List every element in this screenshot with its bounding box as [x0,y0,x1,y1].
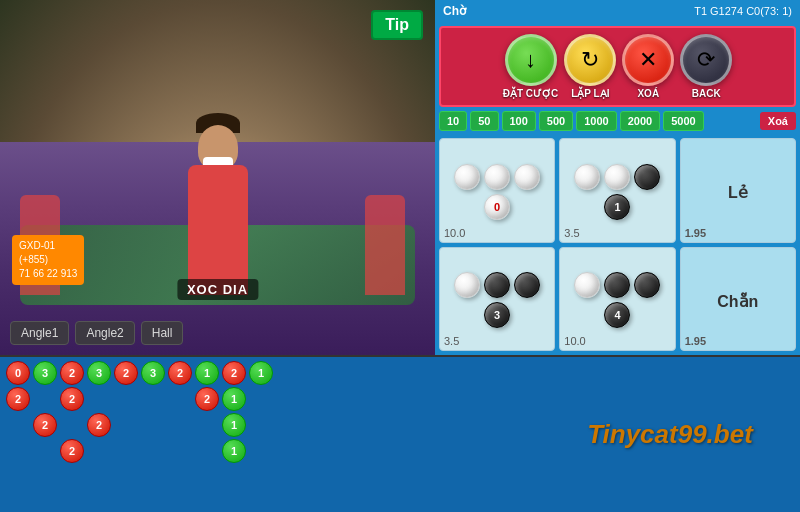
hball-empty [168,387,192,411]
bet-3white[interactable]: 0 10.0 [439,138,555,243]
hball: 2 [60,361,84,385]
hball-empty [249,439,273,463]
hball: 2 [60,439,84,463]
dat-cuoc-button[interactable]: ↓ ĐẶT CƯỢC [503,34,559,99]
ball-b-5 [634,272,660,298]
history-row-2: 2 2 2 1 [6,387,534,411]
hball-empty [168,413,192,437]
bet-2w2b-a-value: 3.5 [564,227,579,239]
hball: 2 [87,413,111,437]
bet-2w2b-b[interactable]: 4 10.0 [559,247,675,352]
hball: 2 [60,387,84,411]
game-header: Chờ T1 G1274 C0(73: 1) [435,0,800,22]
history-row-4: 2 1 [6,439,534,463]
hball: 2 [114,361,138,385]
hball: 3 [33,361,57,385]
hball-empty [60,413,84,437]
hball-empty [141,439,165,463]
hball: 2 [168,361,192,385]
ball-b-num4: 4 [604,302,630,328]
back-label: BACK [692,88,721,99]
chip-row: 10 50 100 500 1000 2000 5000 Xoá [435,111,800,134]
history-grid: 0 3 2 3 2 3 2 1 2 1 2 2 2 1 2 [0,357,540,512]
ball-red-0: 0 [484,194,510,220]
xoa-button[interactable]: ✕ XOÁ [622,34,674,99]
tip-badge[interactable]: Tip [371,10,423,40]
hball-empty [249,413,273,437]
ball-white-2 [484,164,510,190]
chip-1000[interactable]: 1000 [576,111,616,131]
hball: 1 [222,439,246,463]
back-icon: ⟳ [680,34,732,86]
bet-chan[interactable]: Chẵn 1.95 [680,247,796,352]
hball-empty [6,413,30,437]
hball-empty [33,387,57,411]
bet-1w3b-value: 3.5 [444,335,459,347]
brand-area: Tinycat99.bet [540,357,800,512]
ball-w-s2 [574,272,600,298]
lap-lai-label: LẶP LẠI [571,88,609,99]
ball-white-3 [514,164,540,190]
lap-lai-icon: ↻ [564,34,616,86]
cho-label: Chờ [443,4,466,18]
ball-b-2 [484,272,510,298]
hball-empty [141,387,165,411]
xoa-icon: ✕ [622,34,674,86]
bet-grid: 0 10.0 1 3.5 Lẻ 1.95 [435,134,800,355]
angle2-button[interactable]: Angle2 [75,321,134,345]
bet-2w2b-b-value: 10.0 [564,335,585,347]
hball-empty [141,413,165,437]
chip-xoa-button[interactable]: Xoá [760,112,796,130]
bet-2w2b-a[interactable]: 1 3.5 [559,138,675,243]
dat-cuoc-label: ĐẶT CƯỢC [503,88,559,99]
chip-2000[interactable]: 2000 [620,111,660,131]
hball: 1 [249,361,273,385]
ball-b-num1: 1 [604,194,630,220]
chip-50[interactable]: 50 [470,111,498,131]
xoa-label: XOÁ [637,88,659,99]
info-box: GXD-01 (+855) 71 66 22 913 [12,235,84,285]
hball: 2 [6,387,30,411]
hball-empty [195,413,219,437]
hball: 1 [222,387,246,411]
hball-empty [87,387,111,411]
lap-lai-button[interactable]: ↻ LẶP LẠI [564,34,616,99]
hball: 1 [195,361,219,385]
dat-cuoc-icon: ↓ [505,34,557,86]
bet-1w3b[interactable]: 3 3.5 [439,247,555,352]
chip-100[interactable]: 100 [502,111,536,131]
ball-b-4 [604,272,630,298]
ball-w-single [454,272,480,298]
xoc-dia-label: XOC DIA [177,279,258,300]
hball-empty [168,439,192,463]
hall-button[interactable]: Hall [141,321,184,345]
hball-empty [114,387,138,411]
chan-label: Chẵn [717,292,758,311]
hball: 3 [141,361,165,385]
hball: 2 [33,413,57,437]
back-button[interactable]: ⟳ BACK [680,34,732,99]
game-info: T1 G1274 C0(73: 1) [694,5,792,17]
ball-b-1 [634,164,660,190]
hball-empty [114,439,138,463]
bet-le[interactable]: Lẻ 1.95 [680,138,796,243]
history-row-1: 0 3 2 3 2 3 2 1 2 1 [6,361,534,385]
ball-w-1 [574,164,600,190]
history-row-3: 2 2 1 [6,413,534,437]
action-buttons: ↓ ĐẶT CƯỢC ↻ LẶP LẠI ✕ XOÁ ⟳ BACK [439,26,796,107]
hball: 2 [195,387,219,411]
bottom-section: 0 3 2 3 2 3 2 1 2 1 2 2 2 1 2 [0,355,800,512]
le-value: 1.95 [685,227,706,239]
ball-b-3 [514,272,540,298]
le-label: Lẻ [728,183,748,202]
brand-text: Tinycat99.bet [587,419,753,450]
chip-500[interactable]: 500 [539,111,573,131]
video-feed: Tip XOC DIA GXD-01 (+855) 71 66 22 913 A… [0,0,435,355]
chip-10[interactable]: 10 [439,111,467,131]
game-controls: Chờ T1 G1274 C0(73: 1) ↓ ĐẶT CƯỢC ↻ LẶP … [435,0,800,355]
chip-5000[interactable]: 5000 [663,111,703,131]
hball-empty [6,439,30,463]
hball: 1 [222,413,246,437]
hball-empty [249,387,273,411]
angle1-button[interactable]: Angle1 [10,321,69,345]
